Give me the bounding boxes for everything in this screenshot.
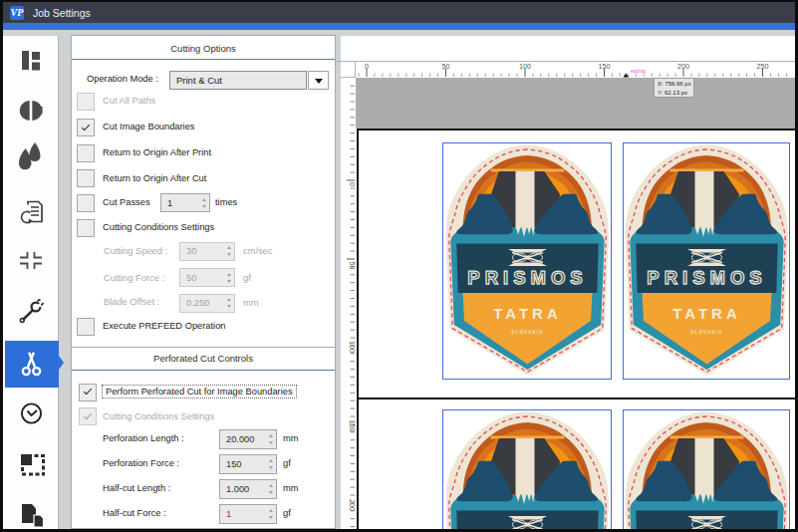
svg-text:eocnoc: eocnoc [631, 69, 647, 74]
svg-text:100: 100 [348, 341, 357, 353]
svg-text:50: 50 [348, 262, 357, 270]
svg-text:200: 200 [677, 62, 689, 71]
svg-text:0: 0 [348, 182, 357, 186]
svg-text:150: 150 [348, 420, 357, 432]
svg-text:200: 200 [348, 499, 357, 511]
svg-text:250: 250 [757, 62, 769, 71]
svg-text:0: 0 [365, 62, 369, 71]
svg-text:100: 100 [519, 62, 531, 71]
svg-text:150: 150 [599, 62, 611, 71]
svg-text:50: 50 [442, 62, 450, 71]
